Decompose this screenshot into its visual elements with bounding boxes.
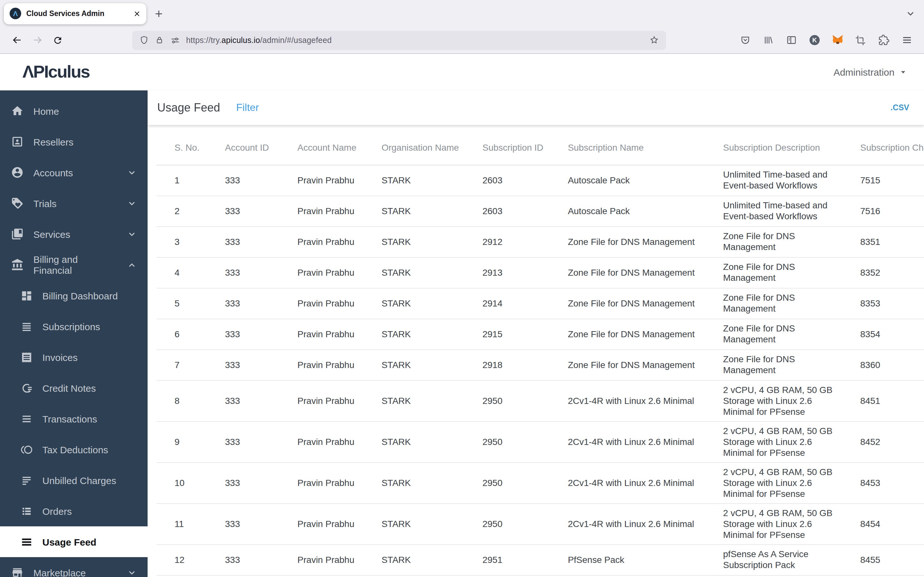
usage-feed-icon <box>21 536 33 548</box>
bookmark-star-icon[interactable] <box>649 35 659 45</box>
trials-icon <box>11 197 24 210</box>
sidebar-item-trials[interactable]: Trials <box>0 188 148 219</box>
sidebar-item-home[interactable]: Home <box>0 95 148 126</box>
sidebar-item-billing-and-financial[interactable]: Billing and Financial <box>0 250 148 280</box>
table-row: 7333Pravin PrabhuSTARK2918Zone File for … <box>157 350 924 380</box>
table-row: 4333Pravin PrabhuSTARK2913Zone File for … <box>157 257 924 288</box>
cell-subscription-id: 2603 <box>465 165 550 195</box>
sidebar-item-label: Marketplace <box>33 567 86 577</box>
sidebar-item-tax-deductions[interactable]: Tax Deductions <box>0 434 148 465</box>
sidebar-item-label: Transactions <box>42 413 97 424</box>
cell-subscription-charge: 7516 <box>842 195 924 226</box>
browser-tab[interactable]: Λ Cloud Services Admin <box>4 3 146 24</box>
sidebar-item-usage-feed[interactable]: Usage Feed <box>0 526 148 557</box>
sidebar-item-label: Unbilled Charges <box>42 475 116 486</box>
shield-icon[interactable] <box>139 35 149 45</box>
cell-subscription-description: 2 vCPU, 4 GB RAM, 50 GB Storage with Lin… <box>705 421 842 462</box>
tax-deductions-icon <box>21 443 33 456</box>
cell-subscription-id: 2950 <box>465 421 550 462</box>
table-row: 6333Pravin PrabhuSTARK2915Zone File for … <box>157 319 924 350</box>
url-bar[interactable]: https://try.apiculus.io/admin/#/usagefee… <box>132 31 666 50</box>
cell-account-id: 333 <box>207 544 279 575</box>
table-row: 3333Pravin PrabhuSTARK2912Zone File for … <box>157 226 924 257</box>
cell-subscription-name: Autoscale Pack <box>550 195 705 226</box>
unbilled-charges-icon <box>21 474 33 486</box>
sidebar-item-label: Trials <box>33 198 57 209</box>
sidebar-toggle-icon[interactable] <box>782 31 800 49</box>
forward-button[interactable] <box>27 30 47 50</box>
sidebar-item-accounts[interactable]: Accounts <box>0 157 148 188</box>
apiculus-logo[interactable]: ΛPIculus <box>23 62 89 82</box>
keeper-extension-icon[interactable]: K <box>805 31 823 49</box>
cell-subscription-description: pfSense As A Service Subscription Pack <box>705 544 842 575</box>
column-header-subscription-id: Subscription ID <box>465 130 550 165</box>
cell-organisation-name: STARK <box>363 226 465 257</box>
cell-subscription-description: Zone File for DNS Management <box>705 257 842 288</box>
tab-list-chevron-icon[interactable] <box>906 9 915 18</box>
cell-subscription-id: 2603 <box>465 195 550 226</box>
pocket-icon[interactable] <box>736 31 754 49</box>
permissions-icon[interactable] <box>170 35 180 45</box>
cell-subscription-charge: 8360 <box>842 350 924 380</box>
cell-organisation-name: STARK <box>363 350 465 380</box>
cell-account-id: 333 <box>207 226 279 257</box>
csv-export-link[interactable]: .CSV <box>891 103 909 112</box>
tab-close-icon[interactable] <box>134 10 141 17</box>
column-header-subscription-description: Subscription Description <box>705 130 842 165</box>
cell-account-id: 333 <box>207 421 279 462</box>
cell-subscription-description: 2 vCPU, 4 GB RAM, 50 GB Storage with Lin… <box>705 503 842 544</box>
page-title: Usage Feed <box>157 101 220 114</box>
administration-menu[interactable]: Administration <box>834 67 907 77</box>
home-icon <box>11 105 24 117</box>
extensions-puzzle-icon[interactable] <box>875 31 893 49</box>
sidebar-item-resellers[interactable]: Resellers <box>0 126 148 157</box>
table-row: 8333Pravin PrabhuSTARK29502Cv1-4R with L… <box>157 380 924 421</box>
sidebar-item-label: Invoices <box>42 351 78 363</box>
cell-account-name: Pravin Prabhu <box>279 165 363 195</box>
sidebar-item-credit-notes[interactable]: Credit Notes <box>0 372 148 403</box>
url-text: https://try.apiculus.io/admin/#/usagefee… <box>186 35 644 45</box>
sidebar-item-services[interactable]: Services <box>0 219 148 250</box>
cell-account-id: 333 <box>207 319 279 350</box>
cell-organisation-name: STARK <box>363 288 465 319</box>
cell-s-no: 3 <box>157 226 207 257</box>
screenshot-crop-icon[interactable] <box>851 31 869 49</box>
sidebar-item-billing-dashboard[interactable]: Billing Dashboard <box>0 280 148 311</box>
new-tab-button[interactable] <box>154 9 164 18</box>
column-header-organisation-name: Organisation Name <box>363 130 465 165</box>
cell-organisation-name: STARK <box>363 165 465 195</box>
table-row: 11333Pravin PrabhuSTARK29502Cv1-4R with … <box>157 503 924 544</box>
back-button[interactable] <box>6 30 27 50</box>
cell-subscription-name: Zone File for DNS Management <box>550 226 705 257</box>
cell-subscription-description: Zone File for DNS Management <box>705 226 842 257</box>
cell-organisation-name: STARK <box>363 195 465 226</box>
cell-account-name: Pravin Prabhu <box>279 195 363 226</box>
sidebar-item-label: Accounts <box>33 167 73 178</box>
filter-link[interactable]: Filter <box>236 102 259 113</box>
cell-subscription-description: Unlimited Time-based and Event-based Wor… <box>705 195 842 226</box>
sidebar-item-invoices[interactable]: Invoices <box>0 342 148 372</box>
library-icon[interactable] <box>759 31 777 49</box>
lock-icon[interactable] <box>155 35 164 45</box>
cell-s-no: 4 <box>157 257 207 288</box>
cell-subscription-charge: 8453 <box>842 462 924 503</box>
usage-feed-table-wrap[interactable]: S. No.Account IDAccount NameOrganisation… <box>148 125 924 577</box>
sidebar-item-marketplace[interactable]: Marketplace <box>0 557 148 577</box>
sidebar-item-unbilled-charges[interactable]: Unbilled Charges <box>0 465 148 496</box>
reload-button[interactable] <box>47 30 68 50</box>
sidebar-item-orders[interactable]: Orders <box>0 496 148 526</box>
transactions-icon <box>21 413 33 425</box>
cell-account-name: Pravin Prabhu <box>279 226 363 257</box>
sidebar-item-subscriptions[interactable]: Subscriptions <box>0 311 148 342</box>
accounts-icon <box>11 166 24 179</box>
cell-organisation-name: STARK <box>363 503 465 544</box>
metamask-extension-icon[interactable] <box>829 31 846 49</box>
app-menu-hamburger-icon[interactable] <box>898 31 916 49</box>
sidebar-item-transactions[interactable]: Transactions <box>0 403 148 434</box>
cell-account-name: Pravin Prabhu <box>279 257 363 288</box>
column-header-account-name: Account Name <box>279 130 363 165</box>
content-area: Usage Feed Filter .CSV S. No.Account IDA… <box>148 90 924 577</box>
cell-organisation-name: STARK <box>363 319 465 350</box>
caret-down-icon <box>900 69 907 76</box>
cell-s-no: 12 <box>157 544 207 575</box>
